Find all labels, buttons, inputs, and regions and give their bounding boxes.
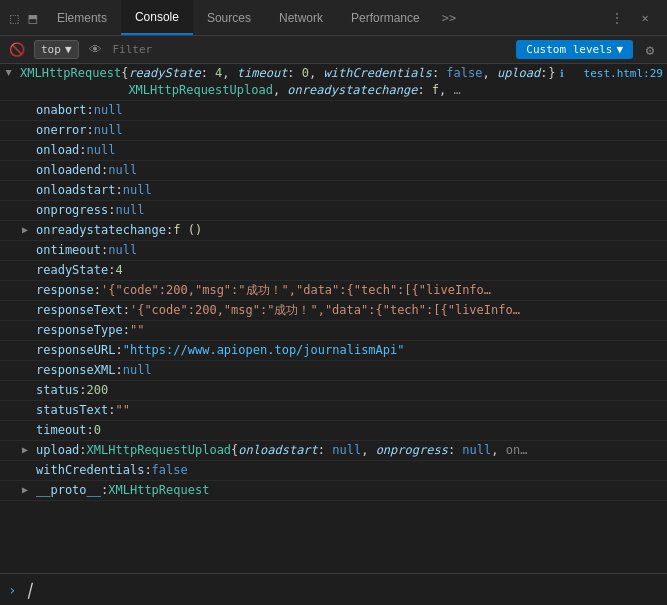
context-selector[interactable]: top ▼	[34, 40, 79, 59]
proto-triangle: ▶	[22, 484, 28, 496]
tab-overflow[interactable]: >>	[434, 0, 464, 35]
tab-console[interactable]: Console	[121, 0, 193, 35]
cursor-indicator: |	[24, 580, 34, 599]
prop-responsetext: responseText: '{"code":200,"msg":"成功！","…	[0, 301, 667, 321]
prop-ontimeout: ontimeout: null	[0, 241, 667, 261]
prop-onprogress: onprogress: null	[0, 201, 667, 221]
source-link[interactable]: test.html:29	[564, 65, 663, 82]
prop-statustext: statusText: ""	[0, 401, 667, 421]
prop-onloadend: onloadend: null	[0, 161, 667, 181]
prop-readystate: readyState: 4	[0, 261, 667, 281]
close-icon[interactable]: ✕	[633, 6, 657, 30]
expand-triangle: ▶	[3, 70, 15, 76]
console-input-bar: › |	[0, 573, 667, 605]
xhr-header-line[interactable]: ▶ XMLHttpRequest { readyState: 4, timeou…	[0, 64, 667, 101]
custom-levels-button[interactable]: Custom levels ▼	[516, 40, 633, 59]
prop-onloadstart: onloadstart: null	[0, 181, 667, 201]
header-brace: {	[121, 65, 128, 82]
clear-console-icon[interactable]: 🚫	[6, 39, 28, 61]
toolbar-left-icons: ⬚ ⬒	[4, 10, 43, 26]
prop-onerror: onerror: null	[0, 121, 667, 141]
prop-withcredentials: withCredentials: false	[0, 461, 667, 481]
tab-list: Elements Console Sources Network Perform…	[43, 0, 599, 35]
custom-levels-arrow: ▼	[616, 43, 623, 56]
prop-onabort: onabort: null	[0, 101, 667, 121]
context-arrow: ▼	[65, 43, 72, 56]
prop-proto[interactable]: ▶ __proto__: XMLHttpRequest	[0, 481, 667, 501]
prop-response: response: '{"code":200,"msg":"成功！","data…	[0, 281, 667, 301]
context-label: top	[41, 43, 61, 56]
inspect-icon[interactable]: ⬚	[10, 10, 18, 26]
constructor-name: XMLHttpRequest	[20, 65, 121, 82]
tab-bar: ⬚ ⬒ Elements Console Sources Network Per…	[0, 0, 667, 36]
prop-timeout: timeout: 0	[0, 421, 667, 441]
filter-input[interactable]	[113, 43, 511, 56]
console-toolbar: 🚫 top ▼ 👁 Custom levels ▼ ⚙	[0, 36, 667, 64]
prop-responsexml: responseXML: null	[0, 361, 667, 381]
tab-elements[interactable]: Elements	[43, 0, 121, 35]
prop-responsetype: responseType: ""	[0, 321, 667, 341]
gear-icon[interactable]: ⚙	[639, 39, 661, 61]
device-icon[interactable]: ⬒	[28, 10, 36, 26]
tab-performance[interactable]: Performance	[337, 0, 434, 35]
prop-status: status: 200	[0, 381, 667, 401]
fn-triangle: ▶	[22, 224, 28, 236]
console-output: ▶ XMLHttpRequest { readyState: 4, timeou…	[0, 64, 667, 573]
eye-icon[interactable]: 👁	[85, 39, 107, 61]
custom-levels-label: Custom levels	[526, 43, 612, 56]
prop-onreadystatechange[interactable]: ▶ onreadystatechange: f ()	[0, 221, 667, 241]
more-options-icon[interactable]: ⋮	[605, 6, 629, 30]
toolbar-right: ⋮ ✕	[599, 6, 663, 30]
prop-responseurl: responseURL: "https://www.apiopen.top/jo…	[0, 341, 667, 361]
upload-triangle: ▶	[22, 444, 28, 456]
tab-sources[interactable]: Sources	[193, 0, 265, 35]
tab-network[interactable]: Network	[265, 0, 337, 35]
devtools-root: ⬚ ⬒ Elements Console Sources Network Per…	[0, 0, 667, 605]
prop-upload[interactable]: ▶ upload: XMLHttpRequestUpload {onloadst…	[0, 441, 667, 461]
console-prompt: ›	[8, 582, 16, 598]
prop-onload: onload: null	[0, 141, 667, 161]
